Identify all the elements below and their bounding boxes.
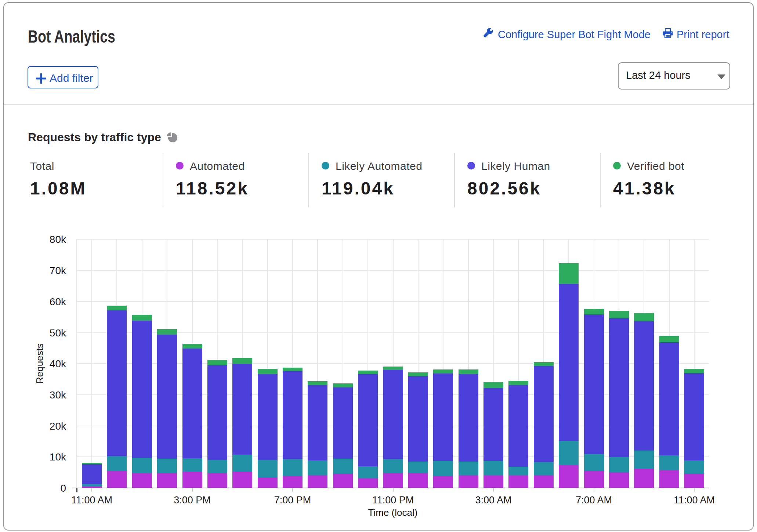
svg-text:Requests: Requests (34, 343, 45, 384)
svg-text:3:00 PM: 3:00 PM (174, 495, 211, 506)
svg-text:Time (local): Time (local) (368, 507, 418, 518)
svg-text:3:00 AM: 3:00 AM (475, 495, 511, 506)
svg-text:70k: 70k (50, 265, 66, 276)
svg-text:30k: 30k (50, 389, 66, 401)
svg-text:50k: 50k (50, 327, 66, 339)
svg-text:80k: 80k (50, 234, 66, 245)
svg-text:10k: 10k (50, 451, 66, 463)
svg-text:20k: 20k (50, 420, 66, 432)
svg-text:11:00 AM: 11:00 AM (71, 495, 112, 506)
svg-text:11:00 PM: 11:00 PM (372, 495, 414, 506)
svg-text:60k: 60k (50, 296, 66, 307)
svg-text:0: 0 (60, 482, 66, 494)
svg-text:7:00 AM: 7:00 AM (576, 495, 612, 506)
svg-text:40k: 40k (50, 358, 66, 369)
svg-text:7:00 PM: 7:00 PM (274, 495, 311, 506)
svg-text:11:00 AM: 11:00 AM (674, 495, 715, 506)
